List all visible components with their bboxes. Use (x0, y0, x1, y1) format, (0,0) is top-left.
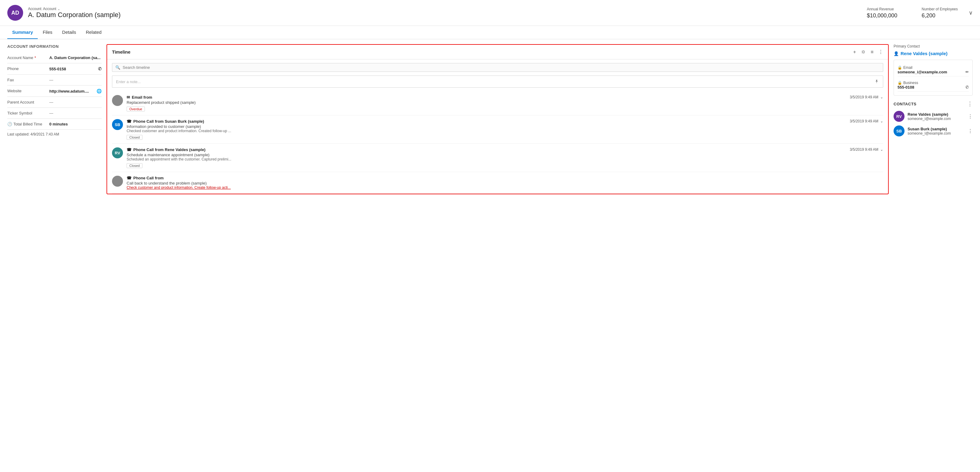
timeline-entry: RV ☎ Phone Call from Rene Valdes (sample… (112, 144, 883, 172)
timeline-entry: SB ☎ Phone Call from Susan Burk (sample)… (112, 115, 883, 144)
note-input-area[interactable]: Enter a note... 🖈 (112, 75, 883, 88)
status-badge: Overdue (127, 107, 145, 112)
tab-bar: Summary Files Details Related (0, 26, 980, 39)
collapse-icon[interactable]: ∨ (969, 10, 973, 16)
contact-avatar: RV (894, 111, 905, 122)
lock-icon: 🔒 (897, 81, 902, 85)
contact-more-icon[interactable]: ⋮ (968, 113, 973, 120)
contacts-more-icon[interactable]: ⋮ (967, 100, 973, 107)
primary-contact-name[interactable]: 👤 Rene Valdes (sample) (894, 51, 973, 56)
employees-label: Number of Employees (921, 7, 958, 11)
more-options-icon[interactable]: ⋮ (878, 49, 883, 55)
entry-content: ✉ Email from 3/5/2019 9:49 AM ⌄ Replacem… (127, 95, 883, 112)
header-metrics: Annual Revenue $10,000,000 Number of Emp… (867, 7, 958, 19)
status-badge: Closed (127, 163, 142, 168)
entry-type-icon: ☎ (127, 147, 132, 152)
entry-avatar (112, 176, 123, 187)
primary-contact-card: 🔒 Email someone_i@example.com ✏ 🔒 Busine… (894, 60, 973, 96)
timeline-entries: ✉ Email from 3/5/2019 9:49 AM ⌄ Replacem… (107, 91, 888, 194)
add-timeline-button[interactable]: + (853, 49, 856, 55)
timeline-panel: Timeline + ⛭ ≡ ⋮ 🔍 Enter a note... 🖈 (107, 44, 889, 194)
phone-icon: ✆ (98, 66, 102, 71)
entry-type-icon: ✉ (127, 95, 130, 100)
primary-contact-label: Primary Contact (894, 44, 973, 48)
annual-revenue-label: Annual Revenue (867, 7, 897, 11)
contact-link-icon: 👤 (894, 51, 899, 56)
breadcrumb[interactable]: Account: Account ⌄ (28, 7, 121, 11)
entry-type-icon: ☎ (127, 176, 132, 180)
main-content: ACCOUNT INFORMATION Account Name * A. Da… (0, 39, 980, 199)
expand-icon[interactable]: ⌄ (880, 95, 883, 99)
filter-icon[interactable]: ⛭ (861, 49, 866, 55)
field-ticker-symbol: Ticker Symbol --- (7, 108, 102, 119)
status-badge: Closed (127, 135, 142, 140)
annual-revenue-metric: Annual Revenue $10,000,000 (867, 7, 897, 19)
account-info-title: ACCOUNT INFORMATION (7, 44, 102, 49)
entry-avatar: SB (112, 119, 123, 130)
globe-icon: 🌐 (97, 89, 102, 94)
contacts-list: RV Rene Valdes (sample) someone_i@exampl… (894, 111, 973, 136)
last-updated: Last updated: 4/9/2021 7:43 AM (7, 130, 102, 139)
entry-content: ☎ Phone Call from Rene Valdes (sample) 3… (127, 147, 883, 168)
field-account-name: Account Name * A. Datum Corporation (sa.… (7, 53, 102, 63)
field-phone: Phone 555-0158 ✆ (7, 63, 102, 75)
search-icon: 🔍 (115, 65, 120, 70)
required-indicator: * (34, 56, 36, 60)
field-fax: Fax --- (7, 75, 102, 86)
chevron-down-icon: ⌄ (57, 7, 60, 11)
expand-icon[interactable]: ⌄ (880, 119, 883, 123)
contact-more-icon[interactable]: ⋮ (968, 128, 973, 134)
edit-email-icon: ✏ (966, 70, 969, 74)
field-total-billed-time: 🕑 Total Billed Time 0 minutes (7, 119, 102, 130)
entry-avatar: RV (112, 147, 123, 158)
note-placeholder-text: Enter a note... (116, 80, 872, 84)
page-title: A. Datum Corporation (sample) (28, 11, 121, 19)
entry-type-icon: ☎ (127, 119, 132, 124)
contacts-title: CONTACTS (894, 102, 916, 106)
timeline-header: Timeline + ⛭ ≡ ⋮ (107, 45, 888, 59)
entry-content: ☎ Phone Call from Call back to understan… (127, 176, 883, 190)
timeline-card: Timeline + ⛭ ≡ ⋮ 🔍 Enter a note... 🖈 (107, 44, 889, 194)
entry-avatar (112, 95, 123, 106)
timeline-entry: ✉ Email from 3/5/2019 9:49 AM ⌄ Replacem… (112, 91, 883, 115)
expand-icon[interactable]: ⌄ (880, 147, 883, 151)
employees-value: 6,200 (921, 13, 958, 19)
contact-item: RV Rene Valdes (sample) someone_i@exampl… (894, 111, 973, 122)
timeline-entry: ☎ Phone Call from Call back to understan… (112, 172, 883, 194)
timeline-search-bar[interactable]: 🔍 (112, 63, 883, 72)
field-website: Website http://www.adatum.... 🌐 (7, 86, 102, 97)
employees-metric: Number of Employees 6,200 (921, 7, 958, 19)
contact-item: SB Susan Burk (sample) someone_l@example… (894, 126, 973, 136)
field-parent-account: Parent Account --- (7, 97, 102, 108)
tab-summary[interactable]: Summary (7, 26, 38, 39)
clock-icon: 🕑 (7, 122, 12, 126)
contact-info: Susan Burk (sample) someone_l@example.co… (908, 127, 965, 136)
attach-icon: 🖈 (874, 79, 879, 85)
tab-files[interactable]: Files (38, 26, 57, 39)
phone-icon: ✆ (966, 85, 969, 89)
contact-avatar: SB (894, 126, 905, 136)
timeline-search-input[interactable] (123, 65, 880, 70)
sort-icon[interactable]: ≡ (871, 49, 873, 55)
contacts-header: CONTACTS ⋮ (894, 100, 973, 107)
timeline-title: Timeline (112, 49, 850, 54)
account-info-panel: ACCOUNT INFORMATION Account Name * A. Da… (7, 44, 102, 194)
entry-content: ☎ Phone Call from Susan Burk (sample) 3/… (127, 119, 883, 140)
header-title-block: Account: Account ⌄ A. Datum Corporation … (28, 7, 121, 19)
lock-icon: 🔒 (897, 65, 902, 70)
avatar: AD (7, 5, 23, 21)
annual-revenue-value: $10,000,000 (867, 13, 897, 19)
tab-details[interactable]: Details (57, 26, 81, 39)
header: AD Account: Account ⌄ A. Datum Corporati… (0, 0, 980, 26)
contact-info: Rene Valdes (sample) someone_i@example.c… (908, 112, 965, 121)
right-panel: Primary Contact 👤 Rene Valdes (sample) 🔒… (894, 44, 973, 194)
business-field-block: 🔒 Business 555-0108 ✆ (897, 79, 969, 92)
tab-related[interactable]: Related (81, 26, 107, 39)
timeline-actions: + ⛭ ≡ ⋮ (853, 49, 883, 55)
email-field-block: 🔒 Email someone_i@example.com ✏ (897, 64, 969, 77)
